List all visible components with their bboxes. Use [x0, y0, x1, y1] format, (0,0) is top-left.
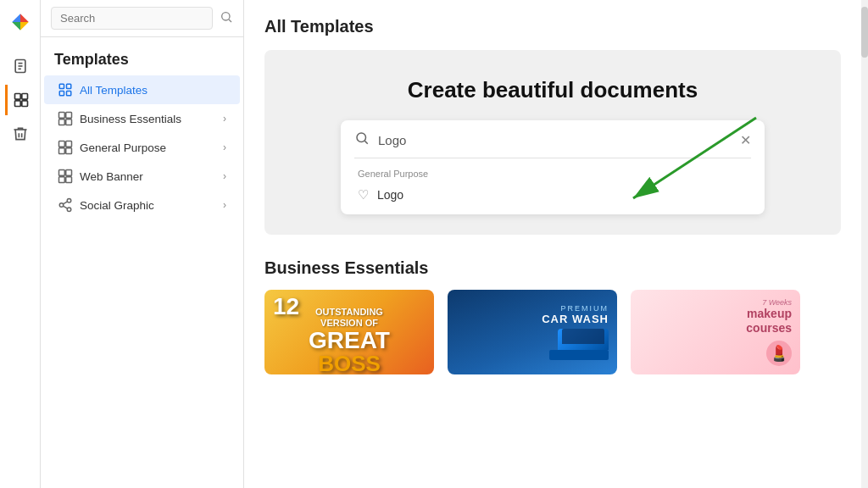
svg-point-8: [222, 12, 230, 19]
sidebar-item-web-banner[interactable]: Web Banner ›: [44, 162, 240, 191]
hero-suggestion-category: General Purpose: [354, 165, 751, 182]
svg-rect-24: [59, 177, 65, 183]
hero-search-icon: [354, 130, 370, 149]
svg-rect-12: [59, 92, 64, 96]
sidebar-item-label: Social Graphic: [80, 199, 154, 212]
svg-line-9: [229, 19, 231, 22]
svg-rect-7: [22, 101, 28, 107]
hero-search-input[interactable]: [378, 133, 732, 147]
svg-rect-22: [59, 170, 65, 176]
sidebar-item-label: Web Banner: [80, 170, 143, 183]
search-input[interactable]: [51, 7, 213, 30]
heart-icon: ♡: [358, 187, 369, 202]
svg-point-26: [67, 199, 71, 203]
svg-rect-20: [59, 148, 65, 154]
svg-rect-13: [67, 92, 71, 96]
svg-rect-14: [59, 113, 65, 119]
scrollbar-track[interactable]: [861, 0, 868, 488]
hero-search-row: ✕: [354, 130, 751, 158]
sidebar-icon-trash[interactable]: [5, 119, 36, 149]
search-icon[interactable]: [220, 10, 233, 27]
card-text: Outstanding Version of GREAT BOSS: [309, 290, 390, 374]
chevron-right-icon: ›: [223, 170, 226, 182]
template-card[interactable]: 7 Weeks makeup courses 💄: [631, 290, 800, 374]
sidebar-menu: All Templates Business Essentials ›: [41, 75, 243, 488]
icon-bar: [0, 0, 41, 488]
page-title: All Templates: [264, 17, 841, 36]
svg-line-32: [364, 141, 367, 143]
svg-rect-15: [66, 113, 72, 119]
svg-rect-5: [22, 94, 28, 100]
sidebar-title: Templates: [41, 37, 243, 75]
sidebar-icon-documents[interactable]: [5, 51, 36, 81]
search-bar: [41, 0, 243, 37]
sidebar-item-label: General Purpose: [80, 141, 166, 154]
business-section-title: Business Essentials: [264, 258, 841, 278]
sidebar-item-all-templates[interactable]: All Templates: [44, 75, 240, 104]
business-essentials-icon: [58, 111, 73, 126]
template-card[interactable]: PREMIUM CAR WASH: [448, 290, 617, 374]
chevron-right-icon: ›: [223, 113, 226, 125]
sidebar: Templates All Templates: [41, 0, 244, 488]
car-wash-text: CAR WASH: [542, 313, 609, 325]
svg-rect-17: [66, 119, 72, 125]
svg-rect-19: [66, 141, 72, 147]
general-purpose-icon: [58, 140, 73, 155]
svg-rect-18: [59, 141, 65, 147]
card-number: 12: [273, 295, 299, 319]
svg-line-30: [63, 202, 67, 204]
hero-search-container: ✕ General Purpose ♡ Logo: [341, 120, 765, 214]
app-logo[interactable]: [5, 7, 36, 37]
card-text: 7 Weeks makeup courses 💄: [746, 298, 792, 366]
hero-close-button[interactable]: ✕: [740, 132, 751, 148]
sidebar-item-general-purpose[interactable]: General Purpose ›: [44, 133, 240, 162]
hero-suggestion-label: Logo: [377, 188, 403, 202]
hero-title: Create beautiful documents: [285, 77, 821, 103]
sidebar-item-social-graphic[interactable]: Social Graphic ›: [44, 191, 240, 219]
svg-point-27: [59, 203, 64, 208]
chevron-right-icon: ›: [223, 199, 226, 211]
sidebar-item-business-essentials[interactable]: Business Essentials ›: [44, 104, 240, 133]
social-graphic-icon: [58, 197, 73, 213]
all-templates-icon: [58, 82, 73, 97]
sidebar-icon-templates[interactable]: [5, 85, 36, 115]
scrollbar-thumb[interactable]: [861, 7, 868, 58]
card-text: PREMIUM CAR WASH: [542, 304, 609, 360]
main-content: All Templates Create beautiful documents…: [244, 0, 861, 488]
svg-point-28: [67, 208, 71, 212]
cards-row: 12 Outstanding Version of GREAT BOSS PRE…: [264, 290, 841, 374]
svg-line-29: [63, 206, 67, 208]
sidebar-item-label: All Templates: [80, 84, 147, 97]
template-card[interactable]: 12 Outstanding Version of GREAT BOSS: [264, 290, 434, 374]
chevron-right-icon: ›: [223, 141, 226, 153]
svg-rect-11: [67, 84, 71, 88]
svg-rect-10: [59, 84, 64, 88]
svg-point-31: [357, 133, 366, 142]
sidebar-item-label: Business Essentials: [80, 113, 181, 125]
svg-rect-16: [59, 119, 65, 125]
svg-rect-21: [66, 148, 72, 154]
svg-rect-23: [66, 170, 72, 176]
svg-rect-6: [15, 101, 21, 107]
svg-rect-4: [15, 94, 21, 100]
hero-suggestion-item[interactable]: ♡ Logo: [354, 182, 751, 208]
hero-banner: Create beautiful documents ✕ General Pur…: [264, 50, 841, 235]
svg-rect-25: [66, 177, 72, 183]
web-banner-icon: [58, 169, 73, 184]
